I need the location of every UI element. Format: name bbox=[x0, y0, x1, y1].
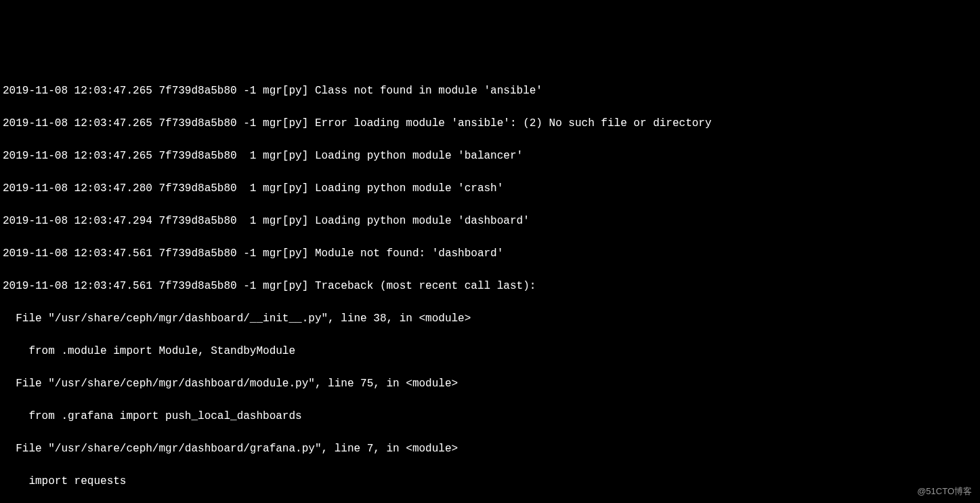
traceback-file-line: File "/usr/share/ceph/mgr/dashboard/modu… bbox=[3, 376, 977, 392]
traceback-code-line: import requests bbox=[3, 473, 977, 489]
watermark-text: @51CTO博客 bbox=[917, 485, 972, 498]
log-line: 2019-11-08 12:03:47.561 7f739d8a5b80 -1 … bbox=[3, 245, 977, 262]
log-line: 2019-11-08 12:03:47.265 7f739d8a5b80 -1 … bbox=[3, 83, 977, 99]
traceback-code-line: from .grafana import push_local_dashboar… bbox=[3, 408, 977, 424]
log-line: 2019-11-08 12:03:47.265 7f739d8a5b80 -1 … bbox=[3, 115, 977, 132]
log-line: 2019-11-08 12:03:47.294 7f739d8a5b80 1 m… bbox=[3, 213, 977, 229]
terminal-output: 2019-11-08 12:03:47.265 7f739d8a5b80 -1 … bbox=[3, 66, 977, 503]
traceback-file-line: File "/usr/share/ceph/mgr/dashboard/graf… bbox=[3, 441, 977, 457]
log-line: 2019-11-08 12:03:47.280 7f739d8a5b80 1 m… bbox=[3, 180, 977, 197]
log-line: 2019-11-08 12:03:47.561 7f739d8a5b80 -1 … bbox=[3, 278, 977, 294]
traceback-code-line: from .module import Module, StandbyModul… bbox=[3, 343, 977, 359]
log-line: 2019-11-08 12:03:47.265 7f739d8a5b80 1 m… bbox=[3, 148, 977, 164]
traceback-file-line: File "/usr/share/ceph/mgr/dashboard/__in… bbox=[3, 310, 977, 327]
